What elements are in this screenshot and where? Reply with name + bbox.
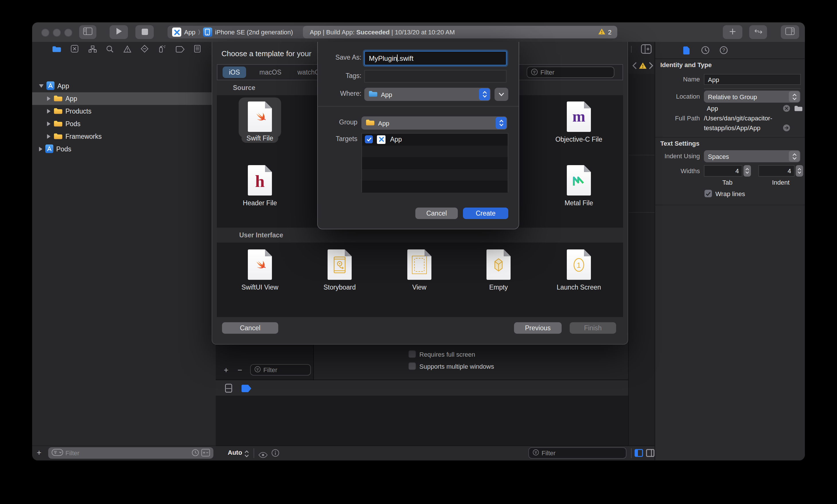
- tab-macos[interactable]: macOS: [253, 67, 288, 78]
- panel-right-toggle-icon[interactable]: [646, 449, 655, 459]
- target-checkbox-checked[interactable]: [365, 136, 373, 144]
- tree-row-products[interactable]: Products: [32, 105, 216, 118]
- target-row-app[interactable]: App: [362, 133, 508, 145]
- issue-navigator-icon[interactable]: [123, 45, 131, 55]
- location-popup[interactable]: Relative to Group: [704, 91, 800, 103]
- disclosure-closed-icon[interactable]: [47, 122, 51, 126]
- indent-using-popup[interactable]: Spaces: [704, 150, 800, 162]
- report-navigator-icon[interactable]: [194, 45, 201, 55]
- indent-width-stepper[interactable]: [796, 165, 803, 177]
- tree-row-pods-project[interactable]: Pods: [32, 143, 216, 156]
- auto-popup[interactable]: Auto: [228, 449, 242, 456]
- disclosure-closed-icon[interactable]: [47, 96, 51, 101]
- disclosure-closed-icon[interactable]: [47, 109, 51, 113]
- close-window-button[interactable]: [41, 29, 49, 37]
- disclosure-closed-icon[interactable]: [39, 147, 42, 151]
- filter-input[interactable]: [66, 450, 189, 456]
- pane-filter-field[interactable]: [250, 364, 311, 376]
- clear-icon[interactable]: [783, 104, 790, 113]
- plus-minus-filter-icon[interactable]: [201, 449, 210, 457]
- panel-left-toggle-icon[interactable]: [635, 449, 643, 459]
- source-control-navigator-icon[interactable]: [71, 45, 79, 55]
- device-icon[interactable]: [225, 383, 232, 395]
- where-disclosure-button[interactable]: [495, 88, 508, 101]
- choose-folder-icon[interactable]: [794, 105, 803, 113]
- template-item-objc-file[interactable]: m Objective-C File: [545, 102, 613, 143]
- project-navigator-icon[interactable]: [52, 45, 61, 55]
- info-icon[interactable]: [271, 449, 279, 459]
- template-item-metal-file[interactable]: Metal File: [545, 165, 613, 206]
- wrap-lines-checkbox[interactable]: [705, 190, 712, 197]
- dialog-finish-button[interactable]: Finish: [570, 322, 616, 334]
- history-inspector-icon[interactable]: [701, 46, 710, 56]
- template-item-swift-file[interactable]: Swift File: [226, 102, 294, 143]
- supports-multiwindow-checkbox[interactable]: [408, 362, 416, 370]
- clock-icon[interactable]: [192, 449, 199, 457]
- template-filter-field[interactable]: [527, 67, 615, 78]
- add-editor-icon[interactable]: [641, 44, 652, 56]
- sheet-cancel-button[interactable]: Cancel: [415, 208, 458, 219]
- help-inspector-icon[interactable]: ?: [719, 46, 728, 56]
- dialog-previous-button[interactable]: Previous: [514, 322, 562, 334]
- tab-width-stepper[interactable]: [744, 165, 751, 177]
- name-field[interactable]: App: [704, 74, 801, 85]
- tree-row-pods-group[interactable]: Pods: [32, 118, 216, 130]
- tab-width-field[interactable]: 4: [704, 165, 742, 177]
- zoom-window-button[interactable]: [64, 29, 72, 37]
- debug-filter-field[interactable]: [528, 447, 626, 459]
- issue-warning-icon[interactable]: [639, 61, 647, 72]
- template-item-storyboard[interactable]: Storyboard: [305, 249, 374, 291]
- add-file-button[interactable]: +: [37, 448, 41, 456]
- filter-input[interactable]: [541, 450, 622, 456]
- group-popup[interactable]: App: [361, 116, 507, 130]
- scheme-selector[interactable]: App 〉 iPhone SE (2nd generation): [167, 26, 308, 38]
- symbol-navigator-icon[interactable]: [88, 45, 97, 55]
- tree-row-project-app[interactable]: App: [32, 80, 216, 92]
- debug-navigator-icon[interactable]: [158, 45, 166, 55]
- where-popup[interactable]: App: [364, 88, 491, 101]
- chevron-right-icon[interactable]: [649, 61, 654, 72]
- chevron-left-icon[interactable]: [632, 61, 637, 72]
- remove-row-button[interactable]: −: [237, 365, 242, 374]
- sheet-create-button[interactable]: Create: [463, 208, 508, 219]
- template-item-header-file[interactable]: h Header File: [226, 165, 294, 206]
- tags-field[interactable]: [364, 70, 506, 83]
- inspector-panel: ? Identity and Type Name App Location Re…: [655, 42, 805, 461]
- filter-input[interactable]: [540, 69, 610, 76]
- location-folder-value: App: [707, 105, 718, 112]
- template-item-launch-screen[interactable]: 1 Launch Screen: [545, 249, 613, 291]
- editor-options-button[interactable]: [749, 25, 767, 39]
- eye-icon[interactable]: [258, 450, 268, 461]
- navigator-toggle-button[interactable]: [79, 25, 96, 39]
- add-row-button[interactable]: +: [224, 365, 228, 374]
- test-navigator-icon[interactable]: [141, 45, 148, 55]
- tree-row-frameworks[interactable]: Frameworks: [32, 130, 216, 143]
- tree-row-app-group[interactable]: App: [32, 92, 216, 105]
- warning-badge[interactable]: 2: [598, 28, 611, 36]
- breakpoint-navigator-icon[interactable]: [175, 45, 184, 55]
- filename-field[interactable]: MyPlugin.swift: [364, 51, 506, 65]
- tab-ios[interactable]: iOS: [222, 67, 246, 78]
- navigator-filter-field[interactable]: [48, 447, 213, 459]
- stop-button[interactable]: [136, 25, 154, 39]
- filter-input[interactable]: [263, 366, 307, 373]
- target-name: App: [390, 136, 402, 143]
- file-inspector-icon[interactable]: [683, 46, 690, 56]
- indent-width-field[interactable]: 4: [759, 165, 795, 177]
- run-button[interactable]: [110, 25, 128, 39]
- stepper-icon[interactable]: [244, 450, 249, 460]
- minimize-window-button[interactable]: [53, 29, 61, 37]
- requires-fullscreen-checkbox[interactable]: [408, 350, 416, 358]
- template-item-view[interactable]: View: [385, 249, 454, 291]
- template-item-empty[interactable]: Empty: [464, 249, 533, 291]
- library-button[interactable]: [723, 25, 742, 39]
- search-icon[interactable]: [106, 45, 113, 55]
- inspector-toggle-button[interactable]: [781, 25, 799, 39]
- tag-icon[interactable]: [242, 385, 251, 392]
- go-arrow-icon[interactable]: [783, 124, 790, 133]
- disclosure-closed-icon[interactable]: [47, 134, 51, 139]
- template-item-swiftui-view[interactable]: SwiftUI View: [226, 249, 294, 291]
- activity-status-bar[interactable]: App | Build App: Succeeded | 10/13/20 at…: [303, 26, 617, 38]
- dialog-cancel-button[interactable]: Cancel: [222, 322, 278, 334]
- disclosure-open-icon[interactable]: [39, 84, 43, 88]
